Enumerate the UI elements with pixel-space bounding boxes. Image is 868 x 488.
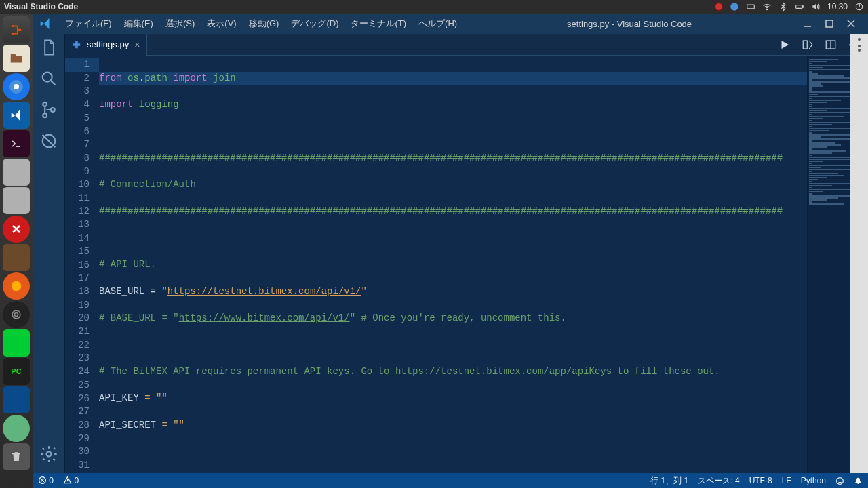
menu-debug[interactable]: デバッグ(D) bbox=[285, 16, 344, 32]
chromium-tray-icon[interactable] bbox=[730, 2, 739, 12]
source-control-icon[interactable] bbox=[39, 100, 58, 119]
vscode-window: ファイル(F) 編集(E) 選択(S) 表示(V) 移動(G) デバッグ(D) … bbox=[33, 14, 868, 488]
status-errors[interactable]: 0 bbox=[38, 476, 54, 485]
settings-gear-icon[interactable] bbox=[39, 445, 58, 464]
editor-tabs: settings.py × bbox=[65, 34, 868, 56]
python-file-icon bbox=[72, 40, 81, 49]
status-language[interactable]: Python bbox=[801, 476, 826, 485]
volume-icon[interactable] bbox=[811, 2, 821, 12]
window-title: settings.py - Visual Studio Code bbox=[464, 19, 795, 29]
launcher-chromium-icon[interactable] bbox=[3, 73, 30, 100]
notifications-bell-icon[interactable] bbox=[854, 476, 863, 485]
svg-point-12 bbox=[12, 310, 20, 319]
split-editor-icon[interactable] bbox=[825, 39, 837, 51]
launcher-drive-icon[interactable] bbox=[3, 159, 30, 186]
svg-point-20 bbox=[46, 452, 51, 457]
launcher-trash-icon[interactable] bbox=[3, 443, 30, 470]
run-icon[interactable] bbox=[778, 39, 791, 51]
battery-icon[interactable] bbox=[795, 2, 804, 12]
status-encoding[interactable]: UTF-8 bbox=[749, 476, 772, 485]
launcher-files-icon[interactable] bbox=[3, 45, 30, 72]
code-content[interactable]: from os.path import join import logging … bbox=[99, 56, 807, 473]
search-icon[interactable] bbox=[39, 69, 58, 88]
launcher-pycharm-icon[interactable]: PC bbox=[3, 358, 30, 385]
launcher-firefox-icon[interactable] bbox=[3, 272, 30, 300]
debug-icon[interactable] bbox=[39, 131, 58, 150]
svg-point-15 bbox=[42, 73, 52, 82]
keyboard-indicator-icon[interactable] bbox=[746, 2, 755, 12]
tab-settings-py[interactable]: settings.py × bbox=[65, 34, 147, 56]
svg-rect-21 bbox=[803, 41, 807, 49]
wifi-icon[interactable] bbox=[762, 2, 772, 12]
svg-point-11 bbox=[12, 281, 22, 291]
svg-rect-1 bbox=[747, 5, 755, 9]
menu-help[interactable]: ヘルプ(H) bbox=[413, 16, 462, 32]
record-indicator-icon[interactable] bbox=[715, 3, 723, 11]
launcher-virtualbox-icon[interactable] bbox=[3, 386, 30, 413]
menu-view[interactable]: 表示(V) bbox=[201, 16, 241, 32]
svg-point-17 bbox=[43, 113, 47, 117]
status-warnings[interactable]: 0 bbox=[63, 476, 79, 485]
svg-point-13 bbox=[15, 313, 18, 317]
active-window-title: Visual Studio Code bbox=[4, 2, 78, 12]
vscode-logo-icon bbox=[38, 16, 53, 31]
menu-select[interactable]: 選択(S) bbox=[160, 16, 200, 32]
svg-point-27 bbox=[837, 477, 844, 484]
svg-point-16 bbox=[43, 102, 47, 106]
text-cursor bbox=[208, 446, 208, 457]
maximize-icon[interactable] bbox=[825, 19, 834, 28]
line-gutter: 1234567891011121314151617181920212223242… bbox=[65, 56, 99, 473]
menu-edit[interactable]: 編集(E) bbox=[119, 16, 159, 32]
svg-point-2 bbox=[766, 9, 767, 10]
ubuntu-launcher: PC bbox=[0, 14, 33, 488]
launcher-error-icon[interactable] bbox=[3, 216, 30, 243]
launcher-dash-icon[interactable] bbox=[3, 16, 30, 43]
launcher-obs-icon[interactable] bbox=[3, 301, 30, 328]
launcher-drive-icon[interactable] bbox=[3, 187, 30, 214]
svg-rect-4 bbox=[802, 6, 803, 7]
explorer-icon[interactable] bbox=[39, 38, 58, 57]
launcher-terminal-icon[interactable] bbox=[3, 130, 30, 157]
bluetooth-icon[interactable] bbox=[778, 2, 788, 12]
right-scrollbar-area[interactable] bbox=[850, 34, 868, 473]
power-icon[interactable] bbox=[854, 2, 864, 12]
tab-close-icon[interactable]: × bbox=[134, 39, 140, 50]
close-icon[interactable] bbox=[846, 19, 856, 28]
menu-go[interactable]: 移動(G) bbox=[243, 16, 285, 32]
status-line-col[interactable]: 行 1、列 1 bbox=[650, 475, 688, 487]
launcher-camera-icon[interactable] bbox=[3, 329, 30, 357]
launcher-atom-icon[interactable] bbox=[3, 415, 30, 442]
svg-point-0 bbox=[730, 3, 738, 11]
status-spaces[interactable]: スペース: 4 bbox=[698, 475, 739, 487]
svg-rect-3 bbox=[796, 5, 802, 9]
minimize-icon[interactable] bbox=[803, 19, 812, 28]
launcher-vscode-icon[interactable] bbox=[3, 102, 30, 129]
status-bar: 0 0 行 1、列 1 スペース: 4 UTF-8 LF Python bbox=[33, 473, 868, 488]
menu-file[interactable]: ファイル(F) bbox=[60, 16, 117, 32]
status-eol[interactable]: LF bbox=[782, 476, 791, 485]
tab-label: settings.py bbox=[87, 39, 129, 49]
ubuntu-top-panel: Visual Studio Code 10:30 bbox=[0, 0, 868, 14]
svg-point-18 bbox=[50, 108, 54, 112]
system-tray: 10:30 bbox=[715, 2, 864, 12]
launcher-brush-icon[interactable] bbox=[3, 244, 30, 271]
clock[interactable]: 10:30 bbox=[827, 2, 848, 12]
split-diff-icon[interactable] bbox=[802, 39, 814, 51]
feedback-smiley-icon[interactable] bbox=[835, 476, 844, 485]
menu-bar: ファイル(F) 編集(E) 選択(S) 表示(V) 移動(G) デバッグ(D) … bbox=[33, 14, 868, 34]
svg-point-10 bbox=[14, 84, 19, 89]
code-editor[interactable]: 1234567891011121314151617181920212223242… bbox=[65, 56, 868, 473]
menu-terminal[interactable]: ターミナル(T) bbox=[345, 16, 412, 32]
activity-bar bbox=[33, 34, 65, 473]
svg-rect-14 bbox=[826, 20, 833, 27]
